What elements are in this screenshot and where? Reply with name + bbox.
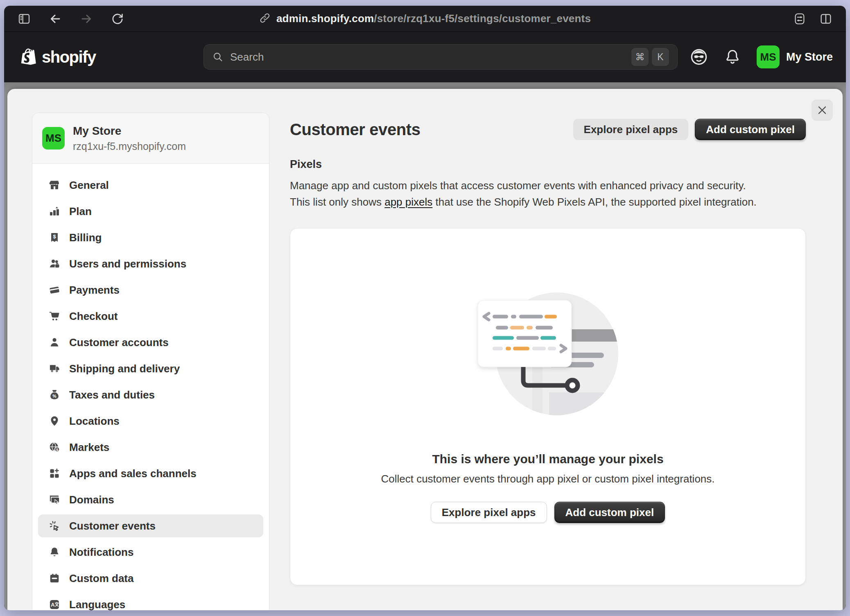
back-icon[interactable] (46, 9, 65, 28)
settings-nav: GeneralPlan$BillingUsers and permissions… (32, 164, 269, 610)
url-path: /store/rzq1xu-f5/settings/customer_event… (374, 12, 591, 25)
pixels-description-line1: Manage app and custom pixels that access… (290, 177, 806, 194)
store-info: MS My Store rzq1xu-f5.myshopify.com (32, 113, 269, 164)
store-avatar: MS (757, 45, 780, 68)
users-icon (49, 258, 60, 270)
page-title: Customer events (290, 120, 567, 139)
sidebar-item-custom-data[interactable]: Custom data (38, 567, 263, 590)
header-right: MS My Store (689, 45, 833, 68)
search-shortcut: ⌘ K (631, 48, 669, 66)
truck-icon (49, 363, 60, 374)
custom-data-icon (49, 573, 60, 584)
sidebar-item-customer-events[interactable]: Customer events (38, 514, 263, 537)
sidebar-item-label: Notifications (69, 546, 133, 559)
sidebar-item-taxes-and-duties[interactable]: %Taxes and duties (38, 383, 263, 406)
sidebar-item-general[interactable]: General (38, 174, 263, 197)
sidebar-item-label: Customer events (69, 520, 156, 532)
pixels-description-line2: This list only shows app pixels that use… (290, 194, 806, 210)
sidebar-item-label: Users and permissions (69, 258, 186, 270)
url-host: admin.shopify.com (276, 12, 374, 25)
sidebar-store-avatar: MS (42, 127, 65, 149)
shopify-logo[interactable]: shopify (17, 45, 96, 69)
dimmed-page-behind: MS My Store rzq1xu-f5.myshopify.com Gene… (4, 82, 846, 610)
add-custom-pixel-button-empty[interactable]: Add custom pixel (554, 502, 665, 523)
billing-icon: $ (49, 232, 60, 243)
sidebar-item-label: Checkout (69, 310, 118, 323)
sidebar-item-markets[interactable]: $Markets (38, 436, 263, 459)
sidebar-item-label: Billing (69, 231, 102, 244)
sidebar-item-users-and-permissions[interactable]: Users and permissions (38, 252, 263, 275)
empty-state-buttons: Explore pixel apps Add custom pixel (431, 502, 665, 523)
explore-pixel-apps-button-empty[interactable]: Explore pixel apps (431, 502, 547, 523)
sidebar-item-domains[interactable]: Domains (38, 488, 263, 511)
sidebar-item-label: General (69, 179, 109, 192)
settings-sidebar: MS My Store rzq1xu-f5.myshopify.com Gene… (32, 113, 269, 610)
forward-icon[interactable] (77, 9, 96, 28)
settings-main: Customer events Explore pixel apps Add c… (290, 119, 806, 585)
close-icon[interactable] (812, 100, 833, 121)
settings-modal: MS My Store rzq1xu-f5.myshopify.com Gene… (7, 89, 843, 610)
domains-icon (49, 494, 60, 505)
notifications-bell-icon[interactable] (724, 48, 741, 66)
sidebar-item-checkout[interactable]: Checkout (38, 305, 263, 328)
add-custom-pixel-button[interactable]: Add custom pixel (695, 119, 806, 140)
browser-extensions-icon[interactable] (790, 9, 809, 28)
shopify-wordmark: shopify (42, 48, 96, 66)
sidebar-item-notifications[interactable]: Notifications (38, 541, 263, 564)
bell-icon (49, 546, 60, 558)
shopify-header: shopify Search ⌘ K MS My Store (4, 32, 846, 82)
sidebar-item-billing[interactable]: $Billing (38, 226, 263, 249)
pixels-empty-card: This is where you’ll manage your pixels … (290, 228, 806, 585)
cart-icon (49, 310, 60, 322)
pixels-illustration (470, 290, 626, 419)
pixels-description-line2-after: that use the Shopify Web Pixels API, the… (432, 196, 757, 208)
sidebar-item-label: Custom data (69, 572, 133, 585)
payments-icon (49, 284, 60, 296)
pixels-heading: Pixels (290, 158, 806, 171)
explore-pixel-apps-button[interactable]: Explore pixel apps (573, 119, 689, 140)
search-icon (212, 51, 224, 63)
svg-text:$: $ (56, 448, 59, 452)
empty-state-heading: This is where you’ll manage your pixels (432, 452, 663, 466)
location-icon (49, 415, 60, 427)
sidebar-item-label: Domains (69, 494, 114, 506)
link-icon (259, 12, 271, 25)
app-pixels-link[interactable]: app pixels (384, 196, 432, 208)
sidebar-item-payments[interactable]: Payments (38, 279, 263, 301)
sidebar-item-label: Locations (69, 415, 120, 428)
split-view-icon[interactable] (816, 9, 835, 28)
illustration-code-card (478, 300, 572, 367)
account-menu[interactable]: MS My Store (757, 45, 833, 68)
sidebar-item-label: Languages (69, 598, 125, 611)
page-header: Customer events Explore pixel apps Add c… (290, 119, 806, 140)
sidebar-item-locations[interactable]: Locations (38, 410, 263, 433)
address-bar[interactable]: admin.shopify.com/store/rzq1xu-f5/settin… (259, 12, 591, 25)
command-key: ⌘ (631, 48, 649, 66)
sidebar-item-apps-and-sales-channels[interactable]: Apps and sales channels (38, 462, 263, 485)
shopify-bag-icon (17, 45, 38, 69)
url-text: admin.shopify.com/store/rzq1xu-f5/settin… (276, 12, 591, 25)
storefront-icon (49, 179, 60, 191)
sidekick-icon[interactable] (689, 48, 708, 66)
k-key: K (652, 48, 669, 66)
sidebar-item-languages[interactable]: ALanguages (38, 593, 263, 610)
sidebar-item-label: Markets (69, 441, 109, 454)
pixels-description: Manage app and custom pixels that access… (290, 177, 806, 210)
sidebar-item-label: Shipping and delivery (69, 362, 180, 375)
sidebar-item-label: Payments (69, 284, 120, 297)
svg-text:%: % (52, 394, 57, 399)
sidebar-item-plan[interactable]: Plan (38, 200, 263, 223)
search-placeholder: Search (230, 51, 264, 63)
sidebar-toggle-icon[interactable] (15, 9, 34, 28)
sidebar-item-shipping-and-delivery[interactable]: Shipping and delivery (38, 357, 263, 380)
sidebar-item-label: Plan (69, 205, 92, 218)
reload-icon[interactable] (108, 9, 127, 28)
sidebar-item-customer-accounts[interactable]: Customer accounts (38, 331, 263, 354)
browser-toolbar-right (790, 9, 835, 28)
person-icon (49, 337, 60, 348)
empty-state-subtext: Collect customer events through app pixe… (381, 473, 714, 485)
sidebar-item-label: Taxes and duties (69, 389, 155, 401)
store-name: My Store (73, 125, 186, 138)
search-input[interactable]: Search ⌘ K (203, 44, 678, 70)
globe-icon: $ (49, 442, 60, 453)
